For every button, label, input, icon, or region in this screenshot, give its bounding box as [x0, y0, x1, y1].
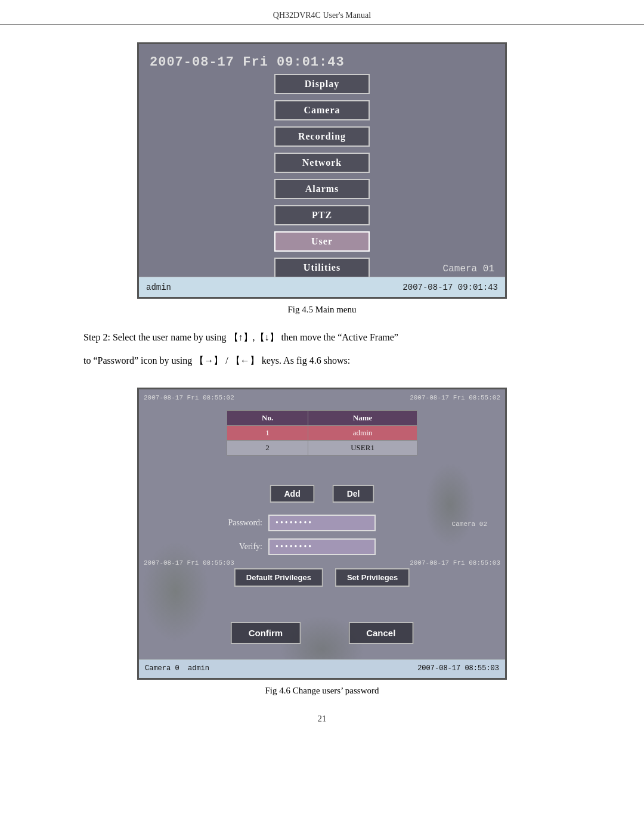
default-privileges-button[interactable]: Default Privileges [234, 568, 323, 587]
col-header-no: No. [227, 410, 308, 425]
password-label: Password: [209, 518, 262, 528]
confirm-button[interactable]: Confirm [231, 622, 301, 644]
fig45-status-bar: admin 2007-08-17 09:01:43 [139, 277, 505, 297]
col-header-name: Name [308, 410, 417, 425]
fig46-caption: Fig 4.6 Change users’ password [265, 686, 379, 696]
priv-row: Default Privileges Set Privileges [234, 568, 410, 587]
fig45-status-time: 2007-08-17 09:01:43 [402, 283, 498, 292]
fig46-status-time: 2007-08-17 08:55:03 [417, 664, 499, 673]
page-content: 2007-08-17 Fri 09:01:43 Display Camera R… [0, 24, 644, 748]
user-no-1: 1 [227, 425, 308, 440]
menu-btn-user[interactable]: User [274, 231, 370, 252]
verify-row: Verify: •••••••• [209, 538, 435, 555]
del-button[interactable]: Del [333, 485, 374, 503]
menu-btn-ptz[interactable]: PTZ [274, 205, 370, 225]
user-no-2: 2 [227, 440, 308, 455]
page-header: QH32DVR4C User's Manual [0, 0, 644, 24]
confirm-row: Confirm Cancel [231, 622, 414, 644]
step-text-line1: Step 2: Select the user name by using 【↑… [83, 329, 596, 346]
dvr-screen-46: 2007-08-17 Fri 08:55:02 2007-08-17 Fri 0… [137, 388, 507, 680]
verify-input[interactable]: •••••••• [268, 538, 376, 555]
cancel-button[interactable]: Cancel [348, 622, 413, 644]
fig46-ts-top-left: 2007-08-17 Fri 08:55:02 [144, 394, 234, 401]
fig46-status-bar: Camera 0 admin 2007-08-17 08:55:03 [139, 659, 505, 678]
table-row[interactable]: 1 admin [227, 425, 417, 440]
pwd-section: Password: •••••••• Verify: •••••••• [209, 515, 435, 562]
table-row[interactable]: 2 USER1 [227, 440, 417, 455]
fig46-ts-mid-right: 2007-08-17 Fri 08:55:03 [410, 559, 500, 566]
pwd-row: Password: •••••••• [209, 515, 435, 531]
dvr-screen-45: 2007-08-17 Fri 09:01:43 Display Camera R… [137, 42, 507, 299]
menu-btn-camera[interactable]: Camera [274, 100, 370, 120]
menu-btn-display[interactable]: Display [274, 74, 370, 94]
fig45-timestamp: 2007-08-17 Fri 09:01:43 [150, 55, 345, 70]
fig45-container: 2007-08-17 Fri 09:01:43 Display Camera R… [48, 42, 596, 315]
set-privileges-button[interactable]: Set Privileges [335, 568, 410, 587]
fig46-container: 2007-08-17 Fri 08:55:02 2007-08-17 Fri 0… [48, 388, 596, 696]
menu-btn-utilities[interactable]: Utilities [274, 258, 370, 278]
step-text-line2: to “Password” icon by using 【→】 / 【←】 ke… [83, 352, 596, 370]
header-title: QH32DVR4C User's Manual [273, 11, 371, 20]
user-name-2: USER1 [308, 440, 417, 455]
fig45-status-admin: admin [146, 283, 171, 292]
menu-btn-recording[interactable]: Recording [274, 126, 370, 147]
fig46-ts-mid-left: 2007-08-17 Fri 08:55:03 [144, 559, 234, 566]
user-table: No. Name 1 admin 2 USER1 [227, 410, 417, 456]
fig46-camera-label: Camera 02 [452, 521, 487, 528]
add-button[interactable]: Add [270, 485, 314, 503]
fig45-camera-label: Camera 01 [443, 264, 494, 274]
user-name-1: admin [308, 425, 417, 440]
menu-btn-network[interactable]: Network [274, 153, 370, 173]
verify-label: Verify: [209, 542, 262, 552]
password-input[interactable]: •••••••• [268, 515, 376, 531]
fig46-status-camera: Camera 0 admin [145, 664, 209, 673]
fig46-ts-top-right: 2007-08-17 Fri 08:55:02 [410, 394, 500, 401]
menu-buttons: Display Camera Recording Network Alarms … [262, 74, 382, 278]
fig45-caption: Fig 4.5 Main menu [288, 305, 357, 315]
page-number: 21 [48, 714, 596, 724]
add-del-row: Add Del [270, 485, 374, 503]
menu-btn-alarms[interactable]: Alarms [274, 179, 370, 199]
